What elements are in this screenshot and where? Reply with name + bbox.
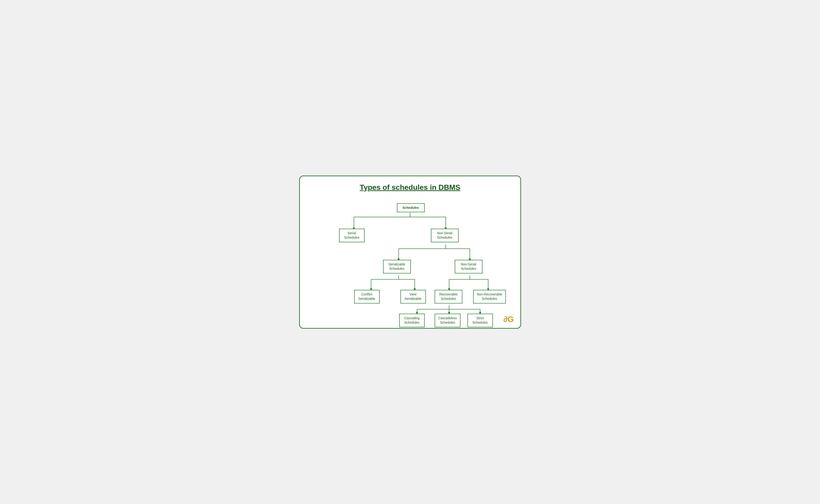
node-root: Schedules xyxy=(397,203,425,213)
page-title: Types of schedules in DBMS xyxy=(309,183,511,192)
node-cascadeless: Cascadeless Schedules xyxy=(435,314,461,327)
node-serializable: Serializable Schedules xyxy=(383,260,411,273)
node-conflict-serializable: Conflict Serializable xyxy=(354,290,380,304)
node-non-serializable: Non-Serial Schedules xyxy=(455,260,482,273)
node-view-serializable: View Serializable xyxy=(400,290,426,304)
slide: Types of schedules in DBMS xyxy=(299,176,521,329)
node-recoverable: Recoverable Schedules xyxy=(435,290,462,304)
node-serial: Serial Schedules xyxy=(339,229,365,242)
node-cascading: Cascading Schedules xyxy=(399,314,425,327)
node-strict: Strict Schedules xyxy=(467,314,493,327)
logo: ∂G xyxy=(503,315,514,324)
node-non-recoverable: Non-Recoverable Schedules xyxy=(473,290,506,304)
tree-container: Schedules Serial Schedules Non-Serial Sc… xyxy=(309,199,511,319)
node-non-serial: Non-Serial Schedules xyxy=(431,229,459,242)
